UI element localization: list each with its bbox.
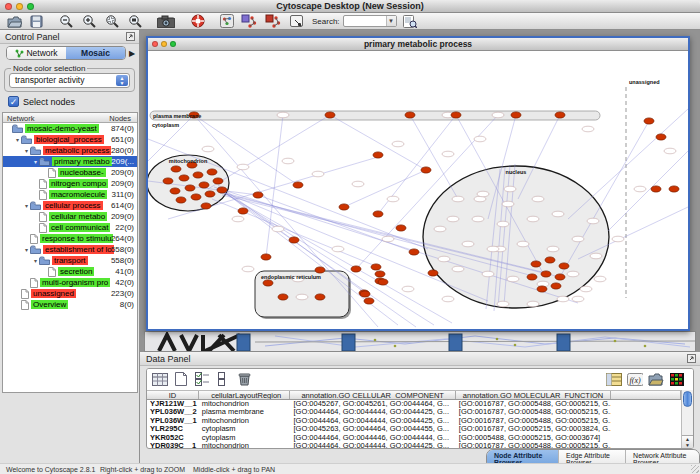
select-nodes-checkbox[interactable]: ✓ [8,96,19,107]
table-row-YJR121W__1[interactable]: YJR121W__1mitochondrion[GO:0045267, GO:0… [147,400,681,408]
node[interactable] [612,236,624,242]
node[interactable] [497,221,509,227]
node[interactable] [572,296,584,302]
tree-row-overview[interactable]: Overview8(0) [3,299,137,310]
float-data-panel-icon[interactable] [687,354,696,363]
title-bar[interactable]: Cytoscape Desktop (New Session) [0,0,700,13]
selected-node[interactable] [170,188,180,194]
column-header-ID[interactable]: ID [147,391,199,399]
search-go-icon[interactable] [403,14,417,29]
tree-row-cellular-process[interactable]: ▾cellular process614(0) [3,200,137,211]
zoom-in-icon[interactable] [82,14,96,29]
zoom-selected-region-icon[interactable] [105,14,119,29]
selected-node[interactable] [171,166,181,172]
function-builder-icon[interactable]: f(x) [626,372,644,387]
tree-row-response-to-stimulu[interactable]: response to stimulu264(0) [3,233,137,244]
select-attributes-icon[interactable] [151,372,169,387]
selected-node[interactable] [315,294,325,300]
selected-node[interactable] [656,134,666,140]
selected-node[interactable] [555,274,565,280]
node[interactable] [272,226,284,232]
selected-node[interactable] [428,270,438,276]
node[interactable] [634,186,646,192]
selected-node[interactable] [163,178,173,184]
selected-node[interactable] [201,203,211,209]
column-header-blank[interactable] [611,391,681,399]
selected-node[interactable] [263,280,273,286]
selected-node[interactable] [405,112,415,118]
scrollbar-thumb[interactable] [683,391,692,407]
edge[interactable] [410,115,458,199]
node[interactable] [492,112,504,118]
node[interactable] [532,196,544,202]
selected-node[interactable] [191,194,201,200]
node[interactable] [442,151,454,157]
node[interactable] [582,126,594,132]
node[interactable] [572,236,584,242]
layout-blue-icon[interactable] [241,14,257,29]
selected-node[interactable] [669,186,679,192]
selected-node[interactable] [541,271,551,277]
node[interactable] [242,266,254,272]
background-network-window[interactable] [144,331,696,352]
import-attributes-icon[interactable] [647,372,665,387]
selected-node[interactable] [378,279,388,285]
tree-row-mosaic-demo-yeast[interactable]: mosaic-demo-yeast874(0) [3,123,137,134]
node[interactable] [567,271,579,277]
node[interactable] [387,196,399,202]
node[interactable] [587,218,599,224]
save-icon[interactable] [30,14,43,29]
selected-node[interactable] [421,167,431,173]
search-dropdown-icon[interactable]: ▼ [386,16,396,26]
node[interactable] [590,253,602,259]
node[interactable] [664,148,676,154]
attribute-matrix-icon[interactable] [605,372,623,387]
selected-node[interactable] [315,267,325,273]
selected-node[interactable] [551,283,561,289]
edge[interactable] [330,115,426,170]
selected-node[interactable] [278,294,288,300]
selected-node[interactable] [375,271,385,277]
node[interactable] [462,241,474,247]
selected-node[interactable] [339,204,349,210]
node[interactable] [487,246,499,252]
float-panel-icon[interactable] [126,32,135,41]
node[interactable] [580,286,592,292]
table-row-YPL036W__2[interactable]: YPL036W__2plasma membrane[GO:0044464, GO… [147,408,681,416]
expand-triangle-icon[interactable]: ▾ [23,202,30,209]
selected-node[interactable] [217,187,227,193]
layout-red-icon[interactable] [265,14,281,29]
node[interactable] [527,301,539,307]
column-header-annotation.GO MOLECULAR_FUNCTION[interactable]: annotation.GO MOLECULAR_FUNCTION [456,391,611,399]
node[interactable] [402,286,414,292]
resize-grip-icon[interactable] [691,465,699,473]
tree-row-cell-communicat[interactable]: cell communicat22(0) [3,222,137,233]
selected-node[interactable] [527,274,537,280]
node[interactable] [452,196,464,202]
node[interactable] [434,226,446,232]
tree-row-establishment-of-lo[interactable]: ▾establishment of lo558(0) [3,244,137,255]
selected-node[interactable] [325,112,335,118]
scrollbar-buttons[interactable]: ▲▼ [682,435,693,448]
node[interactable] [502,201,514,207]
node[interactable] [552,211,564,217]
node[interactable] [507,276,519,282]
node[interactable] [392,141,404,147]
node[interactable] [557,296,569,302]
selected-node[interactable] [373,211,383,217]
annotation-icon[interactable] [290,14,304,29]
selected-node[interactable] [511,112,521,118]
node[interactable] [452,266,464,272]
edge[interactable] [568,109,688,219]
node[interactable] [202,146,214,152]
selected-node[interactable] [545,257,555,263]
selected-node[interactable] [207,169,217,175]
tree-row-secretion[interactable]: secretion41(0) [3,266,137,277]
selected-node[interactable] [205,191,215,197]
tab-mosaic[interactable]: Mosaic [66,47,125,59]
expand-triangle-icon[interactable]: ▾ [32,158,39,165]
tree-row-cellular-metabo[interactable]: cellular metabo209(0) [3,211,137,222]
tree-row-nitrogen-compo[interactable]: nitrogen compo209(0) [3,178,137,189]
vizmapper-icon[interactable] [220,14,234,29]
node[interactable] [477,191,489,197]
